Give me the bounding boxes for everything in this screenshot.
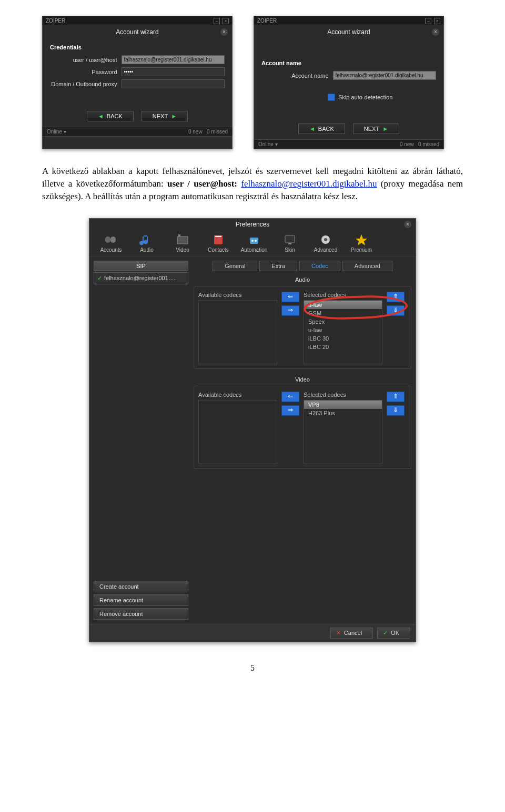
create-account-button[interactable]: Create account (94, 581, 188, 592)
wizard-account-name-window: ZOIPER – × Account wizard × Account name… (254, 16, 444, 149)
arrow-right-icon: ► (382, 126, 388, 132)
app-titlebar-back: ZOIPER – × (42, 16, 233, 25)
minimize-icon[interactable]: – (214, 18, 220, 24)
audio-codec-group: Available codecs ⇐ ⇒ Selected codecs a-l… (194, 286, 411, 369)
next-button[interactable]: NEXT► (142, 111, 188, 121)
arrow-right-icon: ► (171, 113, 177, 119)
wizard-title: Account wizard × (43, 25, 232, 39)
toolbar-audio[interactable]: Audio (130, 233, 163, 253)
move-up-button[interactable]: ⇑ (387, 392, 405, 402)
email-link[interactable]: felhasznalo@register001.digikabel.hu (241, 179, 377, 189)
toolbar-skin[interactable]: Skin (274, 233, 306, 253)
close-x-icon[interactable]: × (434, 18, 440, 24)
main-panel: General Extra Codec Advanced Audio Avail… (194, 261, 411, 620)
next-button[interactable]: NEXT► (353, 124, 399, 134)
toolbar-video[interactable]: Video (166, 233, 199, 253)
close-x-icon[interactable]: × (223, 18, 229, 24)
x-icon: ✕ (336, 630, 341, 636)
ok-button[interactable]: ✓OK (377, 628, 410, 639)
audio-heading: Audio (194, 276, 411, 283)
status-online[interactable]: Online ▾ (47, 129, 66, 135)
move-right-button[interactable]: ⇒ (281, 305, 299, 316)
status-missed: 0 missed (418, 141, 439, 147)
svg-marker-13 (356, 234, 367, 245)
user-input[interactable] (122, 55, 225, 64)
status-new: 0 new (400, 141, 414, 147)
domain-label: Domain / Outbound proxy (50, 81, 122, 87)
sidebar-sip-header: SIP (94, 261, 188, 271)
selected-codecs-label: Selected codecs (304, 292, 382, 298)
app-titlebar-back: ZOIPER – × (254, 16, 444, 25)
tabs: General Extra Codec Advanced (194, 261, 411, 271)
cancel-button[interactable]: ✕Cancel (330, 628, 373, 639)
tab-advanced[interactable]: Advanced (342, 261, 392, 271)
toolbar-accounts[interactable]: Accounts (95, 233, 127, 253)
page-number: 5 (42, 663, 463, 673)
toolbar-premium[interactable]: Premium (345, 233, 378, 253)
available-codecs-label: Available codecs (198, 292, 277, 298)
sidebar-account-item[interactable]: ✓felhasznalo@register001…. (94, 272, 188, 284)
close-icon[interactable]: × (404, 221, 411, 228)
status-bar: Online ▾ 0 new 0 missed (254, 139, 444, 149)
svg-rect-5 (215, 236, 221, 237)
app-logo-text: ZOIPER (46, 18, 65, 24)
codec-item[interactable]: u-law (304, 326, 382, 334)
domain-input[interactable] (122, 79, 225, 88)
audio-available-list[interactable] (198, 300, 277, 364)
password-input[interactable] (122, 67, 225, 76)
skip-auto-detect-checkbox[interactable] (328, 94, 335, 101)
toolbar-contacts[interactable]: Contacts (202, 233, 235, 253)
svg-rect-9 (285, 235, 295, 243)
section-title-credentials: Credentials (43, 39, 232, 54)
move-down-button[interactable]: ⇓ (387, 305, 405, 316)
document-paragraph: A következő ablakban a kapott felhasznál… (42, 165, 463, 202)
toolbar-automation[interactable]: Automation (238, 233, 270, 253)
svg-rect-2 (177, 237, 188, 244)
app-logo-text: ZOIPER (257, 18, 277, 24)
codec-item[interactable]: Speex (304, 317, 382, 326)
codec-item[interactable]: iLBC 30 (304, 334, 382, 343)
video-selected-list[interactable]: VP8 H263 Plus (304, 400, 382, 464)
svg-point-8 (255, 240, 257, 242)
codec-item[interactable]: GSM (304, 309, 382, 317)
tab-codec[interactable]: Codec (299, 261, 340, 271)
minimize-icon[interactable]: – (425, 18, 431, 24)
back-button[interactable]: ◄BACK (298, 124, 345, 134)
tab-extra[interactable]: Extra (259, 261, 297, 271)
status-online[interactable]: Online ▾ (258, 141, 278, 147)
preferences-window: Preferences × Accounts Audio Video Conta… (89, 218, 416, 642)
rename-account-button[interactable]: Rename account (94, 594, 188, 606)
close-icon[interactable]: × (432, 28, 439, 36)
account-name-input[interactable] (333, 71, 436, 80)
sidebar: SIP ✓felhasznalo@register001…. Create ac… (94, 261, 188, 620)
check-icon: ✓ (97, 275, 102, 281)
codec-item[interactable]: iLBC 20 (304, 343, 382, 351)
arrow-left-icon: ◄ (309, 126, 315, 132)
toolbar-advanced[interactable]: Advanced (309, 233, 342, 253)
status-bar: Online ▾ 0 new 0 missed (42, 127, 233, 137)
svg-rect-10 (288, 243, 291, 244)
codec-item[interactable]: H263 Plus (304, 409, 382, 417)
move-left-button[interactable]: ⇐ (281, 392, 299, 402)
tab-general[interactable]: General (213, 261, 257, 271)
user-label: user / user@host (50, 57, 122, 63)
svg-rect-0 (105, 237, 110, 243)
move-up-button[interactable]: ⇑ (387, 292, 405, 302)
back-button[interactable]: ◄BACK (87, 111, 134, 121)
account-name-label: Account name (261, 73, 333, 79)
move-right-button[interactable]: ⇒ (281, 405, 299, 416)
audio-selected-list[interactable]: a-law GSM Speex u-law iLBC 30 iLBC 20 (304, 300, 382, 364)
move-left-button[interactable]: ⇐ (281, 292, 299, 302)
video-available-list[interactable] (198, 400, 277, 464)
check-icon: ✓ (383, 630, 388, 636)
status-missed: 0 missed (207, 129, 228, 135)
wizard-title-label: Account wizard (327, 28, 370, 36)
selected-codecs-label: Selected codecs (304, 392, 382, 398)
arrow-left-icon: ◄ (98, 113, 104, 119)
wizard-credentials-window: ZOIPER – × Account wizard × Credentials … (42, 16, 233, 149)
move-down-button[interactable]: ⇓ (387, 405, 405, 416)
remove-account-button[interactable]: Remove account (94, 608, 188, 620)
status-new: 0 new (188, 129, 203, 135)
close-icon[interactable]: × (220, 28, 228, 36)
codec-item[interactable]: VP8 (304, 400, 382, 409)
